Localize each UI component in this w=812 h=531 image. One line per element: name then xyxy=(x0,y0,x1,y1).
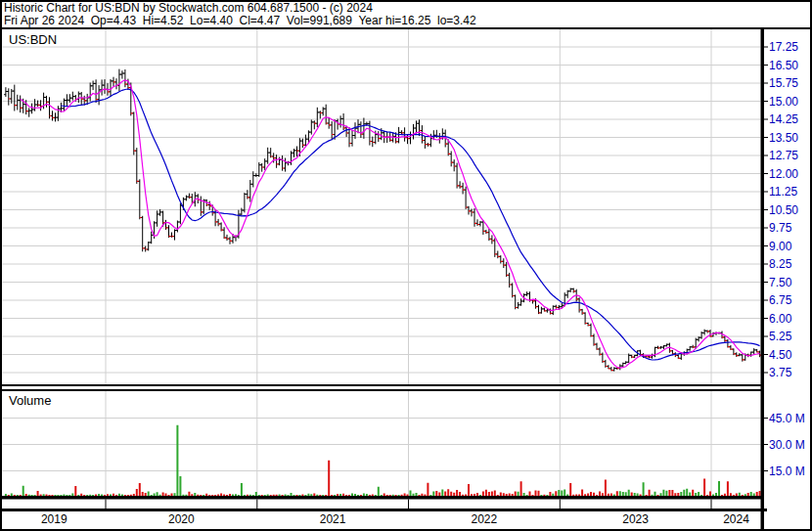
year-label: 2022 xyxy=(455,512,514,526)
chart-canvas xyxy=(0,0,812,531)
price-axis-label: 14.25 xyxy=(769,112,798,126)
price-axis-label: 6.00 xyxy=(769,312,791,326)
price-axis-label: 11.25 xyxy=(769,185,797,199)
year-label: 2024 xyxy=(707,512,766,526)
chart-header: Historic Chart for US:BDN by Stockwatch.… xyxy=(4,2,476,27)
price-axis-label: 4.50 xyxy=(769,348,791,362)
price-axis-label: 9.75 xyxy=(769,221,791,235)
price-axis-label: 6.75 xyxy=(769,293,791,307)
price-axis-label: 15.75 xyxy=(769,76,798,90)
chart-quote-line: Fri Apr 26 2024 Op=4.43 Hi=4.52 Lo=4.40 … xyxy=(4,15,476,27)
grid-layer xyxy=(3,29,761,496)
price-axis-label: 12.00 xyxy=(769,167,798,181)
volume-panel-label: Volume xyxy=(9,393,51,408)
price-axis-label: 5.25 xyxy=(769,330,791,343)
price-axis-label: 10.50 xyxy=(769,203,798,217)
symbol-label: US:BDN xyxy=(9,32,57,47)
price-axis-label: 8.25 xyxy=(769,257,791,271)
volume-axis-label: 15.0 M xyxy=(769,465,805,478)
stock-chart-window: Historic Chart for US:BDN by Stockwatch.… xyxy=(0,0,812,531)
price-axis-label: 15.00 xyxy=(769,95,798,109)
year-label: 2019 xyxy=(24,512,83,526)
borders-layer xyxy=(0,0,812,531)
ma-fast-line xyxy=(21,80,760,368)
price-axis-label: 17.25 xyxy=(769,40,798,54)
year-label: 2021 xyxy=(303,512,362,526)
price-axis-label: 9.00 xyxy=(769,240,791,253)
year-label: 2023 xyxy=(607,512,665,526)
volume-axis-label: 30.0 M xyxy=(769,438,805,452)
volume-bars xyxy=(6,425,760,496)
volume-axis-label: 45.0 M xyxy=(769,412,805,425)
price-axis-label: 3.75 xyxy=(769,366,791,379)
year-label: 2020 xyxy=(152,512,210,526)
price-axis-label: 16.50 xyxy=(769,59,798,72)
candlestick-bars xyxy=(4,69,761,372)
price-axis-label: 7.50 xyxy=(769,276,791,289)
price-axis-label: 12.75 xyxy=(769,149,798,162)
price-axis-label: 13.50 xyxy=(769,131,798,145)
